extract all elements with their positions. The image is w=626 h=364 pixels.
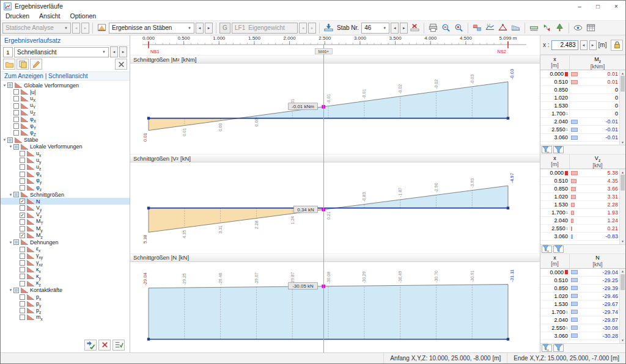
loadcase-combo[interactable]: LF1Eigengewicht [232, 23, 298, 34]
table-row[interactable]: 0.8503.66 [540, 185, 619, 193]
checkbox[interactable] [13, 110, 19, 115]
checkbox[interactable] [20, 301, 25, 307]
tree-item[interactable]: φz [1, 184, 130, 191]
maximize-button[interactable]: □ [589, 1, 607, 12]
tree-item[interactable]: κx [1, 266, 130, 273]
tree-item[interactable]: uy [1, 157, 130, 164]
checkbox[interactable] [20, 151, 25, 156]
tree-item[interactable]: pz [1, 307, 130, 314]
tree-group[interactable]: ▼Lokale Verformungen [1, 144, 130, 150]
checkbox[interactable] [20, 172, 25, 177]
scroll-up-icon[interactable]: ▲ [620, 269, 625, 274]
checkbox[interactable] [13, 192, 19, 197]
table-row[interactable]: 1.020-29.46 [540, 293, 619, 300]
checkbox[interactable] [7, 82, 13, 88]
tree-group[interactable]: ▼Dehnungen [1, 239, 130, 246]
scroll-thumb[interactable] [620, 274, 625, 290]
checkbox[interactable] [20, 247, 25, 252]
result-extremes-icon[interactable] [497, 22, 509, 34]
scroll-down-icon[interactable]: ▼ [620, 239, 625, 244]
table-row[interactable]: 2.0401.24 [540, 217, 619, 225]
checkbox[interactable] [20, 205, 25, 211]
checkbox[interactable]: ✓ [20, 213, 25, 218]
checkbox[interactable] [20, 315, 25, 320]
rename-set-button[interactable] [30, 59, 42, 70]
checkbox[interactable] [13, 288, 19, 293]
expander-icon[interactable]: ▼ [2, 138, 7, 142]
table-row[interactable]: 1.7001-29.74 [540, 308, 619, 316]
scroll-down-icon[interactable]: ▼ [620, 139, 625, 145]
tree-item[interactable]: φy [1, 178, 130, 184]
tree-item[interactable]: γxy [1, 253, 130, 260]
tree-group[interactable]: ▼Stäbe [1, 137, 130, 144]
result-hatching-icon[interactable] [510, 22, 521, 34]
checkbox[interactable] [13, 123, 19, 129]
prev-member-button[interactable]: ◂ [391, 23, 399, 34]
tree-item[interactable]: γxz [1, 260, 130, 266]
table-row[interactable]: 0.510-29.25 [540, 277, 619, 285]
apply-button[interactable] [84, 340, 97, 351]
checkbox[interactable] [20, 294, 25, 300]
prev-set-button[interactable]: ◂ [110, 46, 118, 57]
tree-item[interactable]: My [1, 225, 130, 232]
tree-item[interactable]: uz [1, 164, 130, 170]
reverse-axis-icon[interactable] [541, 22, 553, 34]
checkbox[interactable] [20, 219, 25, 225]
checkbox[interactable] [20, 226, 25, 231]
checkbox[interactable] [13, 130, 19, 136]
tree-item[interactable]: κz [1, 280, 130, 286]
x-position-input[interactable] [551, 40, 578, 50]
scroll-up-icon[interactable]: ▲ [620, 169, 625, 175]
tree-item[interactable]: uX [1, 95, 130, 102]
checkbox[interactable] [13, 96, 19, 101]
checkbox[interactable] [20, 281, 25, 286]
checkbox[interactable] [13, 144, 19, 150]
member-results-icon[interactable] [528, 22, 540, 34]
filter-button[interactable] [553, 344, 564, 352]
cancel-button[interactable] [98, 340, 111, 351]
table-row[interactable]: 2.040-0.01 [540, 118, 619, 126]
checkbox[interactable] [13, 117, 19, 122]
table-row[interactable]: 1.0200 [540, 94, 619, 102]
table-scrollbar[interactable]: ▲▼ [619, 269, 625, 343]
tree-item[interactable]: ✓Vz [1, 212, 130, 219]
vz-diagram[interactable]: 4.353.312.281.240.21-0.83-1.87-2.90-3.93… [130, 162, 540, 253]
n-diagram[interactable]: -29.25-29.46-29.67-29.87-30.08-30.29-30.… [130, 262, 540, 352]
scroll-up-icon[interactable]: ▲ [620, 70, 625, 76]
next-loadcase-button[interactable]: ▸ [308, 23, 316, 34]
checkbox[interactable] [20, 253, 25, 259]
expander-icon[interactable]: ▼ [8, 288, 13, 292]
next-category-button[interactable]: ▸ [205, 23, 213, 34]
checkbox[interactable] [7, 137, 13, 143]
checkbox[interactable]: ✓ [20, 233, 25, 238]
checkbox[interactable] [20, 308, 25, 313]
loadcase-type-button[interactable]: G [219, 23, 230, 34]
result-diagram-fill-icon[interactable] [471, 22, 483, 34]
next-set-button[interactable]: ▸ [119, 46, 127, 57]
table-row[interactable]: 1.70010 [540, 110, 619, 118]
table-row[interactable]: 1.70011.93 [540, 209, 619, 217]
tree-item[interactable]: ✓Mz [1, 232, 130, 239]
mz-diagram[interactable]: 0.010.000.00-0.01-0.01-0.01-0.02-0.02-0.… [130, 64, 540, 154]
settings-list-button[interactable] [112, 340, 125, 351]
results-category-icon[interactable] [96, 22, 108, 34]
menu-optionen[interactable]: Optionen [65, 12, 101, 20]
scroll-down-icon[interactable]: ▼ [620, 338, 625, 343]
table-row[interactable]: 0.0000.01 [540, 70, 619, 78]
results-category-combo[interactable]: Ergebnisse an Stäben▼ [109, 23, 194, 34]
new-set-button[interactable] [3, 59, 15, 70]
table-row[interactable]: 3.060-0.83 [540, 233, 619, 241]
tree-item[interactable]: uY [1, 103, 130, 109]
checkbox[interactable] [13, 239, 19, 245]
tree-item[interactable]: px [1, 294, 130, 300]
tree-item[interactable]: py [1, 300, 130, 307]
table-row[interactable]: 0.8500 [540, 86, 619, 94]
quick-view-combo[interactable]: Schnellansicht▼ [14, 47, 109, 57]
menu-drucken[interactable]: Drucken [1, 12, 34, 20]
checkbox[interactable]: ✓ [20, 198, 25, 204]
member-number-combo[interactable]: 46▼ [361, 23, 389, 34]
menu-ansicht[interactable]: Ansicht [34, 12, 65, 20]
checkbox[interactable] [20, 164, 25, 170]
visibility-icon[interactable] [572, 22, 584, 34]
checkbox[interactable] [20, 185, 25, 191]
